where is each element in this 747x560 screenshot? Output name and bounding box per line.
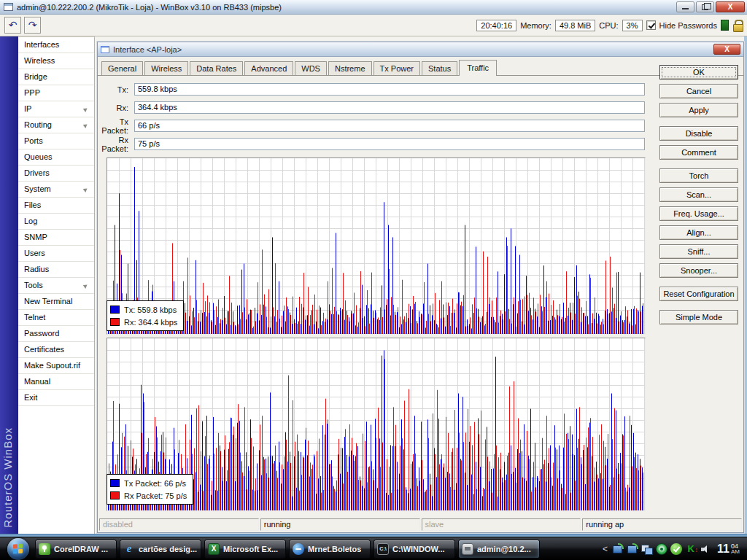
sidebar-item-system[interactable]: System (18, 182, 94, 198)
tab-data-rates[interactable]: Data Rates (190, 61, 243, 75)
rx-packet-legend-text: Rx Packet: 75 p/s (124, 491, 187, 500)
sidebar-item-tools[interactable]: Tools (18, 278, 94, 294)
tab-wireless[interactable]: Wireless (144, 61, 188, 75)
sidebar-item-make-supout-rif[interactable]: Make Supout.rif (18, 358, 94, 374)
tx-packet-field[interactable]: 66 p/s (134, 120, 645, 132)
dialog-window-icon (101, 46, 109, 53)
sidebar-item-label: New Terminal (24, 294, 88, 309)
tab-bar: GeneralWirelessData RatesAdvancedWDSNstr… (98, 57, 743, 76)
taskbar-button-coreldraw[interactable]: CorelDRAW ... (35, 540, 117, 559)
tab-traffic[interactable]: Traffic (459, 60, 497, 76)
legend-row: Tx Packet: 66 p/s (110, 477, 187, 489)
taskbar-button-cart-es-desig[interactable]: cartões desig... (120, 540, 201, 559)
simple-mode-button[interactable]: Simple Mode (659, 310, 738, 324)
lan-network-icon[interactable] (641, 543, 653, 555)
tab-general[interactable]: General (101, 61, 143, 75)
sidebar-item-manual[interactable]: Manual (18, 374, 94, 390)
cancel-button[interactable]: Cancel (659, 84, 738, 98)
memory-label: Memory: (520, 21, 551, 30)
sidebar-item-interfaces[interactable]: Interfaces (18, 37, 94, 53)
hide-passwords-checkbox[interactable] (646, 20, 656, 30)
sidebar-item-ip[interactable]: IP (18, 101, 94, 117)
disable-button[interactable]: Disable (659, 126, 738, 141)
apply-button[interactable]: Apply (659, 103, 738, 117)
torch-button[interactable]: Torch (659, 168, 738, 183)
tab-nstreme[interactable]: Nstreme (328, 61, 372, 75)
sidebar-item-certificates[interactable]: Certificates (18, 342, 94, 358)
rx-packet-swatch-icon (110, 491, 120, 499)
green-app-tray-icon[interactable] (656, 543, 667, 555)
minimize-button[interactable] (676, 1, 694, 12)
redo-icon: ↷ (28, 19, 37, 31)
dialog-titlebar[interactable]: Interface <AP-loja> (98, 42, 743, 57)
sidebar-item-label: Make Supout.rif (24, 358, 88, 373)
traffic-indicator-icon (721, 20, 729, 31)
tab-advanced[interactable]: Advanced (244, 61, 293, 75)
scan-button[interactable]: Scan... (659, 187, 738, 202)
restore-icon (702, 4, 708, 10)
sidebar-item-files[interactable]: Files (18, 198, 94, 214)
sidebar-item-log[interactable]: Log (18, 214, 94, 230)
taskbar-button-label: Microsoft Ex... (223, 545, 278, 553)
close-button[interactable] (716, 1, 745, 12)
sidebar-item-ports[interactable]: Ports (18, 133, 94, 149)
volume-icon[interactable] (700, 543, 711, 555)
ok-button[interactable]: OK (659, 65, 738, 79)
dialog-title: Interface <AP-loja> (113, 45, 713, 54)
sniff-button[interactable]: Sniff... (659, 244, 738, 259)
sidebar-item-users[interactable]: Users (18, 246, 94, 262)
clock-ampm: AM (731, 549, 740, 555)
taskbar-button-c-window[interactable]: C:\WINDOW... (374, 540, 455, 559)
sidebar-item-ppp[interactable]: PPP (18, 85, 94, 101)
wireless-network-icon[interactable] (627, 543, 638, 555)
bitrate-graph (107, 158, 646, 335)
taskbar-button-admin-10-2[interactable]: admin@10.2... (458, 540, 540, 559)
status-running: running (260, 518, 420, 531)
sidebar-item-radius[interactable]: Radius (18, 262, 94, 278)
tab-wds[interactable]: WDS (295, 61, 327, 75)
taskbar-button-label: Mrnet.Boletos (308, 545, 361, 553)
tab-tx-power[interactable]: Tx Power (374, 61, 420, 75)
internet-explorer-icon (123, 543, 135, 555)
sidebar-item-label: Queues (24, 149, 88, 165)
tray-collapse-icon[interactable] (603, 544, 608, 554)
comment-button[interactable]: Comment (659, 145, 738, 160)
field-row: Tx Packet:66 p/s (98, 120, 652, 132)
sidebar-item-queues[interactable]: Queues (18, 149, 94, 166)
sidebar-item-snmp[interactable]: SNMP (18, 230, 94, 246)
rx-packet-field[interactable]: 75 p/s (134, 138, 645, 150)
taskbar-button-label: admin@10.2... (477, 545, 531, 553)
reset-configuration-button[interactable]: Reset Configuration (659, 287, 738, 301)
taskbar-button-microsoft-ex[interactable]: Microsoft Ex... (204, 540, 286, 559)
app-title: admin@10.222.200.2 (MikroTik - Loja) - W… (17, 3, 676, 12)
align-button[interactable]: Align... (659, 225, 738, 240)
sidebar-item-drivers[interactable]: Drivers (18, 166, 94, 182)
sidebar-item-telnet[interactable]: Telnet (18, 310, 94, 326)
rx-field[interactable]: 364.4 kbps (134, 101, 645, 114)
tab-status[interactable]: Status (422, 61, 457, 75)
dialog-close-button[interactable] (713, 44, 740, 55)
tx-field[interactable]: 559.8 kbps (134, 83, 645, 96)
taskbar-buttons: CorelDRAW ...cartões desig...Microsoft E… (35, 540, 543, 559)
rx-label: Rx: (98, 104, 131, 112)
sidebar-item-password[interactable]: Password (18, 326, 94, 342)
sidebar-item-exit[interactable]: Exit (18, 390, 94, 406)
start-button[interactable] (7, 538, 29, 560)
antivirus-ok-icon[interactable] (670, 543, 682, 555)
window-controls (676, 1, 745, 12)
redo-button[interactable]: ↷ (24, 17, 41, 34)
hide-passwords-label: Hide Passwords (659, 21, 717, 30)
sidebar-item-new-terminal[interactable]: New Terminal (18, 294, 94, 310)
sidebar-item-routing[interactable]: Routing (18, 117, 94, 133)
restore-button[interactable] (696, 1, 714, 12)
wireless-network-icon[interactable] (612, 543, 624, 555)
k-updater-tray-icon[interactable] (685, 543, 697, 555)
sidebar-item-bridge[interactable]: Bridge (18, 69, 94, 85)
taskbar-button-mrnet-boletos[interactable]: Mrnet.Boletos (289, 540, 371, 559)
taskbar-clock[interactable]: 11 04 AM (717, 542, 740, 556)
sidebar-item-wireless[interactable]: Wireless (18, 53, 94, 69)
snooper-button[interactable]: Snooper... (659, 263, 738, 278)
undo-button[interactable]: ↶ (4, 17, 21, 34)
freq-usage-button[interactable]: Freq. Usage... (659, 206, 738, 221)
sidebar-item-label: Interfaces (24, 37, 88, 52)
